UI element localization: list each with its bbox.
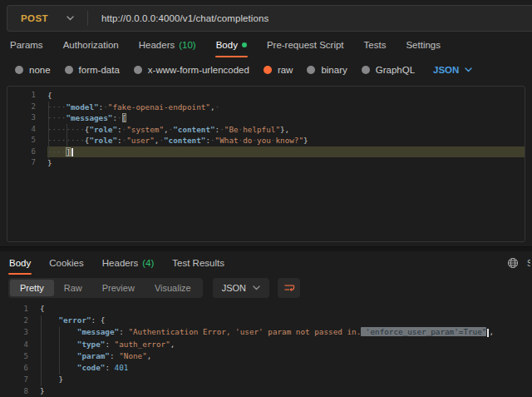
url-input[interactable]: http://0.0.0.0:4000/v1/chat/completions — [91, 13, 268, 23]
code-line: 5········{"role":·"user",·"content":·"Wh… — [7, 135, 525, 146]
code-line: 5 "param": "None", — [0, 350, 532, 362]
response-tab-cookies[interactable]: Cookies — [48, 251, 85, 275]
response-tab-test-results[interactable]: Test Results — [171, 251, 225, 275]
tab-label: Authorization — [63, 40, 119, 50]
globe-icon[interactable] — [507, 257, 519, 269]
response-toolbar: Pretty Raw Preview Visualize JSON — [8, 278, 532, 298]
response-view-switcher: Pretty Raw Preview Visualize — [8, 278, 203, 298]
radio-form-data[interactable]: form-data — [65, 65, 120, 75]
response-tab-headers[interactable]: Headers(4) — [101, 251, 155, 275]
body-type-selector: none form-data x-www-form-urlencoded raw… — [0, 59, 532, 81]
request-url-bar: POST http://0.0.0.0:4000/v1/chat/complet… — [7, 5, 532, 32]
view-label: Pretty — [20, 283, 44, 293]
radio-label: x-www-form-urlencoded — [148, 65, 249, 75]
body-has-content-dot — [242, 42, 247, 47]
tab-pre-request-script[interactable]: Pre-request Script — [266, 32, 345, 57]
method-selector[interactable]: POST — [7, 6, 87, 31]
view-label: Raw — [64, 283, 82, 293]
radio-label: raw — [278, 65, 293, 75]
radio-label: form-data — [79, 65, 120, 75]
body-language-dropdown[interactable]: JSON — [433, 65, 472, 75]
chevron-down-icon — [465, 67, 472, 72]
radio-binary[interactable]: binary — [307, 65, 347, 75]
tab-params[interactable]: Params — [9, 32, 44, 57]
line-number: 4 — [5, 339, 28, 350]
code-line: 8} — [0, 385, 532, 397]
radio-label: GraphQL — [376, 65, 415, 75]
response-tab-body[interactable]: Body — [8, 251, 32, 275]
tab-headers[interactable]: Headers(10) — [138, 32, 197, 57]
tab-tests[interactable]: Tests — [363, 32, 387, 57]
indent-guide — [41, 315, 42, 386]
radio-none[interactable]: none — [15, 65, 51, 75]
tab-label: Body — [216, 40, 238, 50]
line-number: 1 — [12, 90, 36, 102]
code-line: 4········{"role":·"system",·"content":·"… — [7, 124, 525, 136]
radio-label: none — [29, 65, 51, 75]
code-line: 3····"messages":·[ — [7, 112, 525, 124]
code-line: 3 "message": "Authentication Error, 'use… — [0, 326, 532, 338]
tab-label: Tests — [364, 40, 387, 50]
line-number: 3 — [5, 326, 28, 338]
request-tabs: Params Authorization Headers(10) Body Pr… — [0, 32, 532, 57]
code-line: 1{ — [0, 303, 532, 315]
radio-circle-selected-icon — [264, 66, 272, 74]
tab-label: Params — [10, 40, 43, 50]
radio-circle-icon — [134, 66, 142, 74]
code-line: 6····] — [7, 146, 525, 158]
tab-label: Headers — [139, 40, 175, 50]
code-line: 4 "type": "auth_error", — [0, 339, 532, 350]
view-label: Preview — [102, 283, 135, 293]
view-preview[interactable]: Preview — [92, 280, 145, 296]
radio-circle-icon — [65, 66, 73, 74]
headers-count-badge: (4) — [142, 258, 154, 268]
view-pretty[interactable]: Pretty — [10, 280, 54, 296]
radio-raw[interactable]: raw — [264, 65, 293, 75]
line-number: 1 — [5, 303, 28, 315]
line-number: 2 — [5, 315, 28, 326]
tab-authorization[interactable]: Authorization — [62, 32, 120, 57]
tab-label: Body — [9, 258, 31, 268]
tab-label: Headers — [102, 258, 138, 268]
request-body-editor[interactable]: 1{2····"model":·"fake-openai-endpoint",·… — [7, 86, 525, 242]
chevron-down-icon — [253, 285, 260, 290]
code-line: 2 "error": { — [0, 315, 532, 326]
line-number: 5 — [5, 350, 28, 362]
postman-request-view: POST http://0.0.0.0:4000/v1/chat/complet… — [0, 0, 532, 397]
radio-circle-icon — [362, 66, 370, 74]
language-label: JSON — [222, 283, 246, 293]
response-language-dropdown[interactable]: JSON — [213, 278, 269, 298]
radio-circle-icon — [307, 66, 315, 74]
tab-body[interactable]: Body — [215, 32, 248, 57]
radio-x-www-form-urlencoded[interactable]: x-www-form-urlencoded — [134, 65, 249, 75]
wrap-lines-button[interactable] — [278, 278, 300, 298]
tab-label: Settings — [406, 40, 441, 50]
view-raw[interactable]: Raw — [54, 280, 92, 296]
indent-guide — [48, 102, 49, 158]
line-number: 7 — [5, 374, 28, 385]
response-meta: S — [507, 251, 532, 275]
radio-graphql[interactable]: GraphQL — [362, 65, 415, 75]
radio-label: binary — [321, 65, 347, 75]
active-tab-underline — [215, 56, 248, 58]
divider — [87, 11, 88, 26]
view-label: Visualize — [155, 283, 191, 293]
indent-guide — [59, 327, 60, 375]
view-visualize[interactable]: Visualize — [145, 280, 201, 296]
code-line: 2····"model":·"fake-openai-endpoint",· — [7, 102, 525, 113]
method-label: POST — [21, 13, 48, 23]
code-line: 1{ — [7, 90, 525, 102]
line-number: 7 — [12, 157, 36, 169]
indent-guide — [66, 124, 67, 146]
code-line: 7} — [7, 157, 525, 169]
status-text-clipped: S — [527, 258, 530, 268]
response-tabs: Body Cookies Headers(4) Test Results S — [0, 251, 532, 275]
line-number: 5 — [12, 135, 36, 146]
headers-count-badge: (10) — [179, 40, 195, 50]
tab-label: Cookies — [49, 258, 84, 268]
radio-circle-icon — [15, 66, 23, 74]
line-number: 6 — [5, 362, 28, 374]
tab-settings[interactable]: Settings — [405, 32, 441, 57]
response-body-viewer[interactable]: 1{2 "error": {3 "message": "Authenticati… — [0, 303, 532, 397]
language-label: JSON — [433, 65, 459, 75]
